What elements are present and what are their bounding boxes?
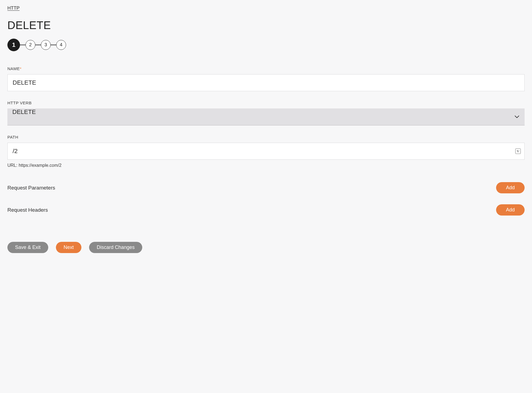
variable-icon[interactable]: V xyxy=(515,148,521,154)
name-label: NAME* xyxy=(7,66,525,71)
path-input[interactable] xyxy=(7,143,525,160)
name-input[interactable] xyxy=(7,74,525,91)
field-name-group: NAME* xyxy=(7,66,525,91)
footer-actions: Save & Exit Next Discard Changes xyxy=(7,242,525,253)
url-helper-text: URL: https://example.com/2 xyxy=(7,163,525,168)
request-headers-label: Request Headers xyxy=(7,207,48,213)
field-verb-group: HTTP VERB DELETE xyxy=(7,101,525,125)
step-4[interactable]: 4 xyxy=(56,40,66,50)
name-label-text: NAME xyxy=(7,66,20,71)
field-path-group: PATH V URL: https://example.com/2 xyxy=(7,135,525,168)
discard-changes-button[interactable]: Discard Changes xyxy=(89,242,142,253)
step-2[interactable]: 2 xyxy=(25,40,35,50)
next-button[interactable]: Next xyxy=(56,242,81,253)
verb-label: HTTP VERB xyxy=(7,101,525,105)
verb-select[interactable]: DELETE xyxy=(7,108,525,125)
breadcrumb-http[interactable]: HTTP xyxy=(7,5,19,11)
add-parameter-button[interactable]: Add xyxy=(496,182,525,193)
step-connector xyxy=(35,45,41,45)
request-parameters-row: Request Parameters Add xyxy=(7,182,525,193)
step-connector xyxy=(51,45,56,45)
step-3[interactable]: 3 xyxy=(41,40,51,50)
request-headers-row: Request Headers Add xyxy=(7,204,525,216)
step-connector xyxy=(20,45,25,45)
request-parameters-label: Request Parameters xyxy=(7,185,55,191)
save-exit-button[interactable]: Save & Exit xyxy=(7,242,48,253)
add-header-button[interactable]: Add xyxy=(496,204,525,216)
path-label: PATH xyxy=(7,135,525,139)
step-1[interactable]: 1 xyxy=(7,39,20,51)
stepper: 1 2 3 4 xyxy=(7,39,525,51)
page-title: DELETE xyxy=(7,19,525,31)
required-mark: * xyxy=(20,66,21,71)
